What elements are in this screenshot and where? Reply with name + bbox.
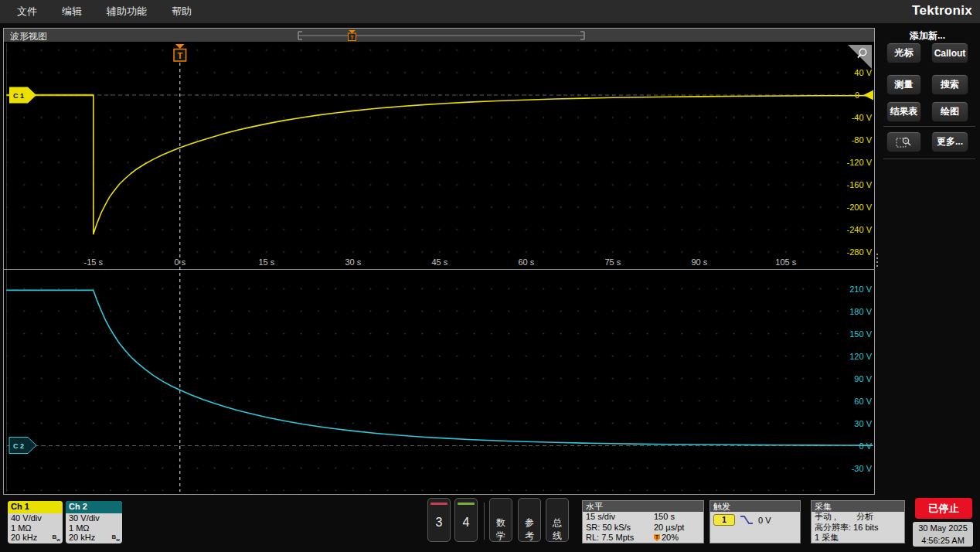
menu-item-4[interactable]: 帮助 xyxy=(172,5,192,19)
add-new-header: 添加新... xyxy=(881,29,974,43)
run-stop-button[interactable]: 已停止 xyxy=(915,498,972,519)
zoom-select-icon xyxy=(896,136,913,148)
channel-impedance: 1 MΩ xyxy=(8,523,63,533)
bandwidth-limit-icon: Bw xyxy=(112,533,120,542)
horizontal-value-left: SR: 50 kS/s xyxy=(586,523,654,533)
channel-scale: 30 V/div xyxy=(66,513,122,523)
channel-button-label: 4 xyxy=(463,516,470,530)
menu-item-1[interactable]: 文件 xyxy=(17,5,37,19)
overview-trigger-label: T xyxy=(350,35,354,40)
channel-badge-label: Ch 1 xyxy=(8,501,63,513)
x-tick-label: 90 s xyxy=(691,257,707,267)
ch1-reference-label: C 1 xyxy=(13,92,24,100)
y-tick-label: 180 V xyxy=(849,307,872,316)
waveform-view-window: 波形视图 T -15 s0 s15 s30 s45 s60 s75 s90 s1… xyxy=(3,28,875,495)
acquisition-analyze: 分析 xyxy=(856,512,873,523)
graticule-ch2 xyxy=(7,271,843,491)
acquisition-mode: 手动 , xyxy=(815,512,836,523)
acquisition-panel-title: 采集 xyxy=(812,501,904,512)
channel-color-stripe xyxy=(458,503,475,505)
acquisition-resolution: 高分辨率: 16 bits xyxy=(812,523,904,533)
sidebar-button-callout[interactable]: Callout xyxy=(931,43,968,63)
y-tick-label: -240 V xyxy=(847,225,873,234)
horizontal-right-text: 20% xyxy=(662,533,679,543)
trigger-settings-panel[interactable]: 触发 1 0 V xyxy=(709,500,801,543)
ref-button-label: 参考 xyxy=(523,516,536,543)
horizontal-row-2: SR: 50 kS/s20 µs/pt xyxy=(583,523,703,533)
channel-button-4[interactable]: 4 xyxy=(454,498,478,542)
channel-badge-label: Ch 2 xyxy=(66,501,122,513)
y-tick-label: -200 V xyxy=(847,203,873,212)
y-tick-label: -30 V xyxy=(852,464,873,473)
horizontal-row-1: 15 s/div150 s xyxy=(583,512,703,523)
zoom-overview-minimap[interactable]: T xyxy=(294,29,589,42)
trigger-flag-label: T xyxy=(177,51,182,60)
sidebar-divider xyxy=(883,158,975,159)
menu-item-2[interactable]: 编辑 xyxy=(62,5,82,19)
panel-splitter-handle[interactable] xyxy=(874,249,880,271)
x-tick-label: 45 s xyxy=(431,257,447,267)
sidebar-divider xyxy=(883,126,975,127)
waveform-title-bar: 波形视图 T xyxy=(4,29,874,43)
horizontal-settings-panel[interactable]: 水平 15 s/div150 sSR: 50 kS/s20 µs/ptRL: 7… xyxy=(582,500,704,543)
y-tick-label: -120 V xyxy=(847,158,873,167)
y-tick-label: -80 V xyxy=(852,135,873,145)
sidebar-button-plot[interactable]: 绘图 xyxy=(931,101,968,122)
button-divider xyxy=(484,503,485,540)
oscilloscope-screen: 文件编辑辅助功能帮助 Tektronix 波形视图 T -15 s0 s15 s… xyxy=(0,0,980,552)
graticule-ch1 xyxy=(7,44,843,254)
overview-trigger-arrow xyxy=(349,30,356,33)
sidebar-button-more[interactable]: 更多... xyxy=(931,131,968,152)
channel-badge-ch1[interactable]: Ch 140 V/div1 MΩ20 kHzBw xyxy=(8,501,63,543)
waveform-display: -15 s0 s15 s30 s45 s60 s75 s90 s105 s40 … xyxy=(4,42,874,494)
y-tick-label: 90 V xyxy=(854,374,872,383)
sidebar-button-cursor[interactable]: 光标 xyxy=(886,43,921,63)
channel-button-3[interactable]: 3 xyxy=(427,498,451,542)
date-text: 30 May 2025 xyxy=(913,523,973,535)
acquisition-count: 1 采集 xyxy=(812,533,904,543)
x-tick-label: 75 s xyxy=(604,257,621,267)
time-text: 4:56:25 AM xyxy=(913,535,973,547)
horizontal-value-left: RL: 7.5 Mpts xyxy=(586,533,654,543)
ch2-reference-label: C 2 xyxy=(13,442,24,450)
falling-edge-icon xyxy=(740,515,754,525)
bus-button[interactable]: 总线 xyxy=(546,498,569,542)
x-tick-label: 30 s xyxy=(345,257,361,267)
trigger-panel-title: 触发 xyxy=(710,501,800,512)
menu-bar: 文件编辑辅助功能帮助 xyxy=(0,0,980,23)
horizontal-right-text: 150 s xyxy=(654,512,675,523)
sidebar-button-search[interactable]: 搜索 xyxy=(931,74,968,95)
channel-button-label: 3 xyxy=(436,516,443,530)
y-tick-label: -160 V xyxy=(847,180,873,189)
y-tick-label: 150 V xyxy=(849,329,872,339)
x-tick-label: 105 s xyxy=(775,257,796,267)
tektronix-logo: Tektronix xyxy=(912,3,972,19)
sidebar-button-results-table[interactable]: 结果表 xyxy=(886,101,921,122)
sidebar-button-zoom-select[interactable] xyxy=(886,131,921,152)
y-tick-label: 120 V xyxy=(849,352,872,361)
horizontal-value-right: 20 µs/pt xyxy=(654,523,684,533)
trigger-level-value: 0 V xyxy=(758,516,771,525)
x-tick-label: -15 s xyxy=(84,257,104,267)
channel-scale: 40 V/div xyxy=(8,513,63,523)
y-tick-label: 60 V xyxy=(854,397,872,406)
trigger-source-badge: 1 xyxy=(713,514,735,526)
horizontal-row-3: RL: 7.5 MptsT20% xyxy=(583,533,703,543)
y-tick-label: 30 V xyxy=(854,419,872,428)
bandwidth-limit-icon: Bw xyxy=(53,533,60,542)
menu-item-3[interactable]: 辅助功能 xyxy=(107,5,147,19)
ref-button[interactable]: 参考 xyxy=(518,498,541,542)
trigger-position-icon: T xyxy=(654,534,660,541)
channel-badge-ch2[interactable]: Ch 230 V/div1 MΩ20 kHzBw xyxy=(66,501,122,543)
acquisition-settings-panel[interactable]: 采集 手动 , 分析 高分辨率: 16 bits 1 采集 xyxy=(811,500,905,543)
math-button[interactable]: 数学 xyxy=(489,498,512,542)
channel-impedance: 1 MΩ xyxy=(66,523,122,533)
y-tick-label: -280 V xyxy=(847,247,873,257)
bus-button-label: 总线 xyxy=(551,516,563,543)
datetime-display: 30 May 2025 4:56:25 AM xyxy=(913,522,973,547)
horizontal-value-right: 150 s xyxy=(654,512,675,523)
y-tick-label: -40 V xyxy=(852,113,873,122)
x-tick-label: 60 s xyxy=(518,257,534,267)
horizontal-right-text: 20 µs/pt xyxy=(654,523,684,533)
sidebar-button-measure[interactable]: 测量 xyxy=(886,74,921,95)
